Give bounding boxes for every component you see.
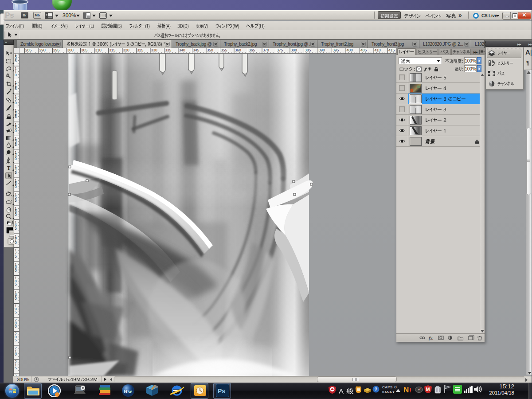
svg-text:340: 340: [179, 48, 185, 52]
svg-text:fx.: fx.: [429, 336, 434, 340]
svg-text:0: 0: [15, 268, 17, 273]
svg-text:405: 405: [360, 48, 367, 52]
svg-text:5: 5: [15, 254, 17, 258]
svg-text:N: N: [403, 386, 409, 394]
svg-text:5: 5: [15, 114, 17, 119]
svg-text:325: 325: [137, 48, 143, 52]
svg-text:320: 320: [123, 48, 129, 52]
svg-text:395: 395: [332, 48, 339, 52]
svg-text:5: 5: [15, 366, 17, 370]
svg-text:Rw: Rw: [124, 388, 132, 395]
svg-text:5: 5: [15, 59, 17, 63]
svg-text:360: 360: [235, 48, 241, 52]
svg-text:0: 0: [15, 184, 17, 189]
svg-text:400: 400: [347, 48, 353, 52]
svg-text:0: 0: [15, 101, 17, 105]
svg-text:0: 0: [15, 129, 17, 133]
svg-text:380: 380: [291, 48, 297, 52]
svg-text:285: 285: [25, 48, 31, 52]
svg-text:5: 5: [15, 226, 17, 231]
svg-text:415: 415: [388, 48, 395, 52]
svg-text:0: 0: [15, 324, 17, 329]
svg-text:5: 5: [15, 142, 17, 147]
svg-text:390: 390: [319, 48, 325, 52]
svg-text:330: 330: [151, 48, 157, 52]
svg-text:365: 365: [249, 48, 255, 52]
svg-text:350: 350: [207, 48, 213, 52]
svg-text:0: 0: [15, 156, 17, 161]
svg-text:385: 385: [305, 48, 311, 52]
svg-text:5: 5: [15, 282, 17, 286]
svg-text:?: ?: [375, 387, 378, 392]
svg-text:0: 0: [15, 240, 17, 245]
svg-text:410: 410: [375, 48, 381, 52]
svg-text:310: 310: [95, 48, 102, 52]
svg-text:345: 345: [193, 48, 199, 52]
svg-text:315: 315: [109, 48, 115, 52]
svg-text:295: 295: [53, 48, 59, 52]
svg-text:305: 305: [81, 48, 87, 52]
svg-text:5: 5: [15, 338, 17, 342]
svg-text:5: 5: [15, 86, 17, 91]
svg-text:T: T: [7, 165, 11, 171]
svg-text:0: 0: [15, 212, 17, 217]
svg-text:290: 290: [39, 48, 46, 52]
svg-text:5: 5: [15, 198, 17, 203]
svg-text:370: 370: [263, 48, 269, 52]
svg-text:0: 0: [15, 73, 17, 77]
svg-text:375: 375: [277, 48, 283, 52]
svg-text:0: 0: [15, 352, 17, 356]
svg-text:355: 355: [221, 48, 227, 52]
svg-text:Ps: Ps: [218, 387, 225, 395]
svg-text:300: 300: [67, 48, 74, 52]
svg-text:M: M: [426, 387, 430, 392]
svg-text:5: 5: [15, 170, 17, 175]
svg-text:!: !: [409, 386, 411, 394]
svg-text:5: 5: [15, 310, 17, 314]
svg-text:335: 335: [165, 48, 171, 52]
svg-text:0: 0: [15, 296, 17, 301]
